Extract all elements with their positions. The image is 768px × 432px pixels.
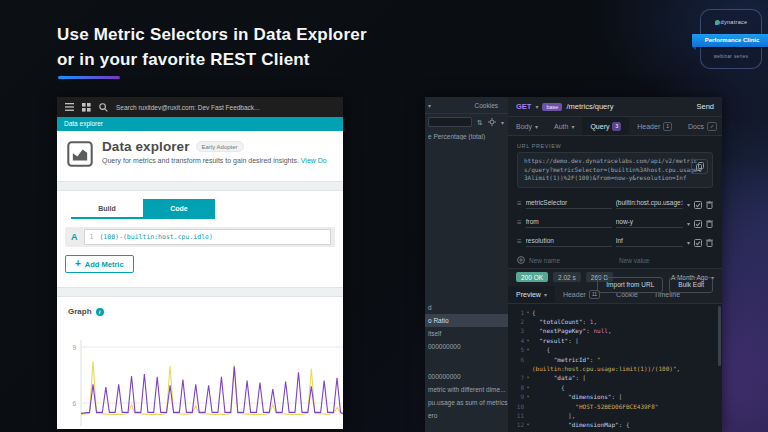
tab-docs[interactable]: Docs✓: [680, 117, 722, 135]
trash-icon[interactable]: [706, 195, 713, 213]
plus-icon: +: [75, 259, 81, 269]
fold-caret-icon: [524, 411, 532, 420]
line-number: 10: [508, 402, 524, 411]
sort-icon[interactable]: ⇅: [477, 119, 483, 126]
response-body[interactable]: 1▾{2 "totalCount": 1,3 "nextPageKey": nu…: [508, 304, 722, 432]
rest-client-screenshot: ▾ Cookies ⇅ ▾ e Percentage (total) do Ra…: [425, 97, 722, 432]
metric-expression[interactable]: (100)-(builtin:host.cpu.idle): [99, 233, 213, 241]
insomnia-sidebar: ▾ Cookies ⇅ ▾ e Percentage (total) do Ra…: [425, 97, 508, 432]
sidebar-request-item[interactable]: 000000000: [425, 340, 508, 353]
sidebar-request-item[interactable]: 000000000: [425, 370, 508, 383]
sidebar-request-item[interactable]: pu.usage as sum of metrics: [425, 396, 508, 409]
url-preview-box: https://demo.dev.dynatracelabs.com/api/v…: [517, 152, 713, 188]
checkbox-icon[interactable]: [694, 195, 702, 213]
view-documentation-link[interactable]: View Do: [301, 157, 327, 164]
send-button[interactable]: Send: [696, 102, 714, 111]
bulk-edit-button[interactable]: Bulk Edit: [669, 277, 713, 293]
line-content: {: [532, 383, 565, 392]
new-param-value-input[interactable]: New value: [619, 257, 713, 266]
line-number: 9: [508, 392, 524, 401]
dynatrace-brand: dynatrace: [701, 19, 761, 25]
request-url-input[interactable]: /metrics/query: [566, 102, 692, 111]
section-divider: [57, 181, 343, 191]
line-content: (builtin:host.cpu.usage:limit(1))/(100)"…: [532, 364, 680, 373]
fold-caret-icon[interactable]: ▾: [524, 383, 532, 392]
method-select[interactable]: GET: [516, 102, 531, 111]
line-content: "result": [: [532, 336, 579, 345]
fold-caret-icon[interactable]: ▾: [524, 336, 532, 345]
sidebar-request-item[interactable]: ero: [425, 409, 508, 422]
fold-caret-icon[interactable]: ▾: [524, 345, 532, 354]
fold-caret-icon[interactable]: ▾: [524, 420, 532, 429]
code-editor[interactable]: 1 (100)-(builtin:host.cpu.idle): [84, 229, 332, 245]
param-name-input[interactable]: metricSelector: [526, 199, 612, 209]
tab-code[interactable]: Code: [143, 199, 215, 219]
tab-header[interactable]: Header1: [629, 117, 680, 135]
slide-title-line1: Use Metric Selectors in Data Explorer: [57, 22, 367, 47]
sidebar-request-list: do Ratioitself000000000000000000metric w…: [425, 301, 508, 422]
param-options-caret-icon[interactable]: ▾: [687, 201, 690, 208]
drag-handle-icon[interactable]: ≡: [517, 238, 522, 246]
param-value-input[interactable]: Inf: [616, 237, 683, 247]
fold-caret-icon[interactable]: ▾: [524, 373, 532, 382]
fold-caret-icon[interactable]: ▾: [524, 308, 532, 317]
search-input[interactable]: Search ruxitdev@ruxit.com: Dev Fast Feed…: [116, 104, 260, 111]
response-line: 7▾ "data": [: [508, 373, 722, 382]
import-from-url-button[interactable]: Import from URL: [597, 277, 663, 293]
breadcrumb[interactable]: Data explorer: [57, 117, 343, 131]
info-icon[interactable]: i: [96, 308, 104, 316]
sidebar-filter-input[interactable]: [428, 117, 472, 127]
fold-caret-icon: [524, 317, 532, 326]
metric-row-label: A: [65, 232, 84, 242]
line-content: {: [532, 345, 550, 354]
add-param-icon[interactable]: [517, 256, 525, 266]
gear-icon[interactable]: [488, 118, 496, 127]
add-metric-button[interactable]: + Add Metric: [65, 255, 134, 273]
sidebar-request-item[interactable]: d: [425, 301, 508, 314]
response-line: (builtin:host.cpu.usage:limit(1))/(100)"…: [508, 364, 722, 373]
new-param-row: New nameNew value: [517, 252, 713, 271]
param-value-input[interactable]: (builtin:host.cpu.usage:lim: [616, 199, 683, 209]
fold-caret-icon[interactable]: ▾: [524, 392, 532, 401]
param-options-caret-icon[interactable]: ▾: [687, 220, 690, 227]
sidebar-request-item[interactable]: metric with different dime...: [425, 383, 508, 396]
response-line: 11 ],: [508, 411, 722, 420]
cookies-link[interactable]: Cookies: [475, 102, 498, 109]
tab-query[interactable]: Query3: [582, 117, 629, 135]
response-line: 12▾ "dimensionMap": {: [508, 420, 722, 429]
tab-body[interactable]: Body▾: [508, 117, 546, 135]
new-param-name-input[interactable]: New name: [529, 257, 615, 266]
param-actions: ▾: [687, 214, 713, 232]
drag-handle-icon[interactable]: ≡: [517, 200, 522, 208]
drag-handle-icon[interactable]: ≡: [517, 219, 522, 227]
checkbox-icon[interactable]: [694, 214, 702, 232]
environment-caret-icon[interactable]: ▾: [428, 102, 431, 109]
query-param-row: ≡fromnow-y▾: [517, 214, 713, 233]
param-options-caret-icon[interactable]: ▾: [687, 239, 690, 246]
param-value-input[interactable]: now-y: [616, 218, 683, 228]
apps-icon[interactable]: [82, 103, 91, 112]
param-name-input[interactable]: from: [526, 218, 612, 228]
sidebar-request-item[interactable]: itself: [425, 327, 508, 340]
tab-auth[interactable]: Auth▾: [546, 117, 582, 135]
title-accent-underline: [58, 76, 120, 79]
sidebar-request-item[interactable]: o Ratio: [425, 314, 508, 327]
checkbox-icon[interactable]: [694, 233, 702, 251]
line-content: {: [532, 308, 536, 317]
response-line: 8▾ {: [508, 383, 722, 392]
svg-text:9: 9: [72, 344, 76, 351]
tab-build[interactable]: Build: [71, 199, 143, 219]
scrollbar[interactable]: [718, 306, 721, 366]
search-icon[interactable]: [99, 103, 108, 112]
menu-icon[interactable]: [65, 103, 74, 111]
param-actions: ▾: [687, 195, 713, 213]
trash-icon[interactable]: [706, 233, 713, 251]
param-name-input[interactable]: resolution: [526, 237, 612, 247]
url-preview-label: URL PREVIEW: [517, 143, 713, 149]
trash-icon[interactable]: [706, 214, 713, 232]
fold-caret-icon: [524, 355, 532, 364]
copy-url-button[interactable]: [691, 159, 708, 174]
gear-caret-icon[interactable]: ▾: [501, 119, 504, 126]
sidebar-request-item[interactable]: e Percentage (total): [425, 130, 508, 140]
request-tabs: Body▾Auth▾Query3Header1Docs✓: [508, 117, 722, 136]
